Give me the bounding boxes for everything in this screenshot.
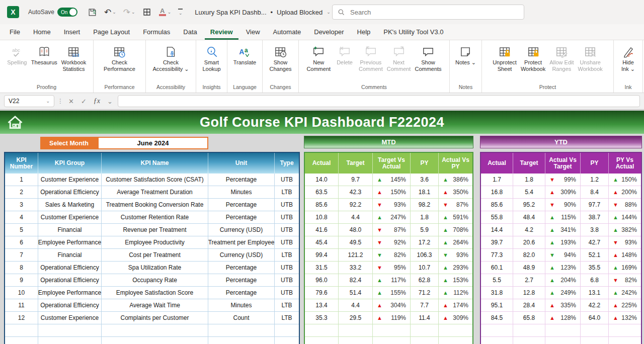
column-header[interactable]: Type [275, 153, 299, 174]
check-accessibility-button[interactable]: Check Accessibility ⌄ [151, 42, 190, 74]
cell-ytd-py[interactable]: 6.8 [581, 274, 609, 287]
cell-ytd-py-vs-actual[interactable]: ▲150% [609, 174, 641, 186]
cell-unit[interactable]: Currency (USD) [208, 224, 275, 236]
cell-mtd-target-vs-actual[interactable]: ▲247% [373, 211, 411, 224]
tab-home[interactable]: Home [28, 25, 56, 40]
hide-ink-button[interactable]: Hide Ink ⌄ [617, 42, 640, 74]
redo-button[interactable]: ↷⌄ [123, 8, 135, 17]
cell-mtd-target[interactable]: 42.3 [339, 186, 373, 199]
cell-ytd-py-vs-actual[interactable]: ▲144% [609, 211, 641, 224]
cell-type[interactable]: LTB [275, 312, 299, 324]
home-icon[interactable] [6, 114, 24, 132]
cell-mtd-py[interactable] [411, 337, 439, 344]
cell-ytd-actual-vs-target[interactable] [545, 324, 581, 337]
cell-kpi-number[interactable]: 4 [5, 211, 38, 224]
cell-mtd-actual[interactable]: 13.4 [305, 299, 339, 312]
cell-kpi-name[interactable]: Cost per Treatment [102, 249, 208, 262]
cell-type[interactable] [275, 324, 299, 337]
unprotect-sheet-button[interactable]: Unprotect Sheet [491, 42, 518, 74]
cell-mtd-actual-vs-py[interactable]: ▲112% [439, 287, 472, 299]
cell-ytd-actual[interactable] [481, 337, 513, 344]
cell-ytd-py-vs-actual[interactable]: ▲225% [609, 299, 641, 312]
cell-kpi-name[interactable] [102, 337, 208, 344]
cell-mtd-py[interactable]: 62.8 [411, 274, 439, 287]
tab-pk-s-utility-tool-v3-0[interactable]: PK's Utility Tool V3.0 [378, 25, 449, 40]
cell-kpi-name[interactable]: Occupancy Rate [102, 274, 208, 287]
cell-ytd-target[interactable]: 2.7 [513, 274, 545, 287]
cell-ytd-actual[interactable]: 95.1 [481, 299, 513, 312]
cell-mtd-actual-vs-py[interactable]: ▲350% [439, 186, 472, 199]
cell-mtd-target[interactable]: 92.2 [339, 199, 373, 211]
tab-file[interactable]: File [4, 25, 26, 40]
thesaurus-button[interactable]: Thesaurus [30, 42, 59, 68]
column-header[interactable]: Unit [208, 153, 275, 174]
cell-ytd-actual-vs-target[interactable]: ▲335% [545, 299, 581, 312]
cell-ytd-actual-vs-target[interactable]: ▲204% [545, 274, 581, 287]
translate-button[interactable]: AaTranslate [232, 42, 258, 68]
cell-kpi-name[interactable]: Customer Satisfaction Score (CSAT) [102, 174, 208, 186]
cell-mtd-target[interactable]: 29.5 [339, 312, 373, 324]
cell-ytd-py[interactable]: 35.5 [581, 262, 609, 274]
cell-type[interactable]: UTB [275, 211, 299, 224]
cell-ytd-py-vs-actual[interactable] [609, 337, 641, 344]
cell-mtd-actual[interactable]: 96.0 [305, 274, 339, 287]
cell-unit[interactable]: Treatment per Employee [208, 236, 275, 249]
cell-mtd-actual[interactable]: 63.5 [305, 186, 339, 199]
font-color-button[interactable]: A ⌄ [158, 8, 172, 16]
cell-kpi-number[interactable]: 12 [5, 312, 38, 324]
tab-automate[interactable]: Automate [268, 25, 307, 40]
cell-kpi-name[interactable]: Revenue per Treatment [102, 224, 208, 236]
cell-mtd-actual-vs-py[interactable]: ▲153% [439, 274, 472, 287]
cell-kpi-number[interactable]: 6 [5, 236, 38, 249]
cell-mtd-actual[interactable]: 45.4 [305, 236, 339, 249]
cell-mtd-py[interactable]: 10.7 [411, 262, 439, 274]
cell-kpi-group[interactable]: Financial [38, 224, 102, 236]
cell-ytd-actual[interactable]: 14.4 [481, 224, 513, 236]
cell-ytd-py[interactable]: 13.1 [581, 287, 609, 299]
cell-ytd-actual-vs-target[interactable]: ▲249% [545, 287, 581, 299]
cell-mtd-actual-vs-py[interactable]: ▲293% [439, 262, 472, 274]
cell-mtd-py[interactable]: 18.1 [411, 186, 439, 199]
cell-type[interactable]: UTB [275, 199, 299, 211]
save-icon[interactable] [88, 8, 97, 17]
cell-ytd-actual[interactable]: 31.8 [481, 287, 513, 299]
cell-ytd-target[interactable]: 20.6 [513, 236, 545, 249]
cell-mtd-py[interactable]: 106.3 [411, 249, 439, 262]
column-header[interactable]: KPI Name [102, 153, 208, 174]
cell-kpi-group[interactable]: Employee Performance [38, 287, 102, 299]
cell-ytd-py[interactable]: 3.8 [581, 224, 609, 236]
cell-kpi-group[interactable]: Customer Experience [38, 312, 102, 324]
column-header[interactable]: PY [411, 153, 439, 174]
cell-ytd-py[interactable] [581, 337, 609, 344]
cell-mtd-target-vs-actual[interactable]: ▼87% [373, 224, 411, 236]
column-header[interactable]: PY [581, 153, 609, 174]
cell-ytd-py-vs-actual[interactable]: ▲382% [609, 224, 641, 236]
new-comment-button[interactable]: New Comment [305, 42, 332, 74]
cell-mtd-target-vs-actual[interactable] [373, 324, 411, 337]
cell-ytd-py[interactable]: 97.7 [581, 199, 609, 211]
cell-mtd-py[interactable]: 11.4 [411, 312, 439, 324]
cell-mtd-actual[interactable] [305, 337, 339, 344]
undo-button[interactable]: ↶⌄ [104, 8, 116, 17]
cell-unit[interactable]: Percentage [208, 174, 275, 186]
cell-kpi-number[interactable]: 9 [5, 274, 38, 287]
cell-mtd-actual[interactable]: 35.3 [305, 312, 339, 324]
tab-developer[interactable]: Developer [308, 25, 349, 40]
cell-mtd-py[interactable]: 98.2 [411, 199, 439, 211]
cell-mtd-py[interactable]: 71.2 [411, 287, 439, 299]
cell-ytd-py-vs-actual[interactable] [609, 324, 641, 337]
cell-ytd-py[interactable] [581, 324, 609, 337]
cell-unit[interactable] [208, 337, 275, 344]
cell-kpi-number[interactable]: 5 [5, 224, 38, 236]
cell-mtd-target-vs-actual[interactable]: ▼82% [373, 249, 411, 262]
cell-unit[interactable]: Percentage [208, 211, 275, 224]
month-dropdown[interactable]: June 2024 [98, 137, 208, 149]
cell-kpi-number[interactable]: 11 [5, 299, 38, 312]
cell-ytd-target[interactable]: 82.0 [513, 249, 545, 262]
cell-kpi-group[interactable] [38, 337, 102, 344]
confirm-entry-icon[interactable]: ✓ [79, 98, 89, 105]
cell-mtd-target-vs-actual[interactable]: ▼95% [373, 262, 411, 274]
cell-mtd-target-vs-actual[interactable]: ▲150% [373, 186, 411, 199]
column-header[interactable]: Actual [481, 153, 513, 174]
cell-ytd-actual[interactable]: 85.6 [481, 199, 513, 211]
